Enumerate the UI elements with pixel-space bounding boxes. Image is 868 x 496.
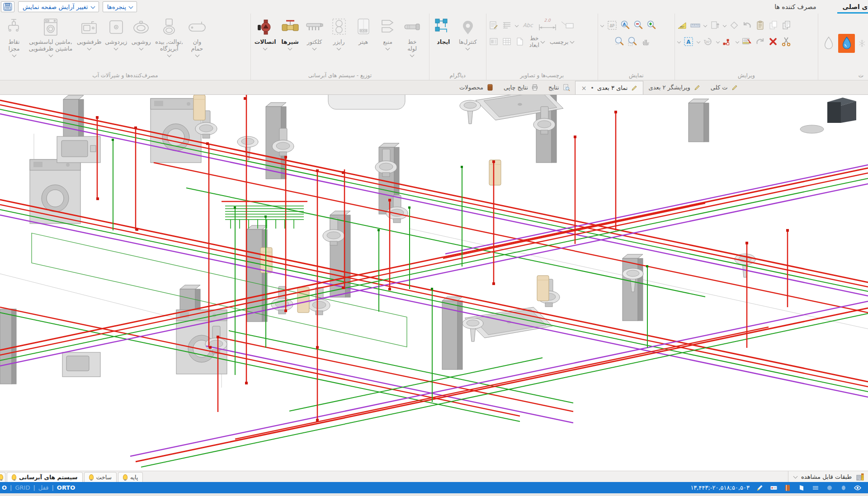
list-icon[interactable] [501,20,513,31]
ribbon-item-label: نقاط مجزا [8,38,19,52]
windows-button[interactable]: پنجره‌ها [103,1,137,12]
ribbon-item-washbasin[interactable]: روشویی [129,15,153,51]
pipe-icon [403,16,422,38]
legend-image-icon[interactable] [488,36,500,47]
schedule-icon[interactable] [488,20,500,31]
level-icon[interactable] [709,20,721,31]
array-copy-icon[interactable] [741,36,753,47]
tab-3d-view[interactable]: × • نمای ۳ بعدی [575,81,644,94]
ribbon: نقاط مجزا ماشین لباسشویی, ماشیتن ظرفشویی… [0,14,868,80]
mode-grid-toggle[interactable]: GRID [15,484,30,491]
layer-lines-icon[interactable] [811,484,820,492]
ribbon-group-caption: مصرف‌کننده‌ها و شیرآلات آب [2,71,249,80]
zoom-all-icon[interactable]: A [619,20,631,31]
mode-lock-toggle[interactable]: قفل [38,484,49,491]
delete-icon[interactable] [768,36,779,47]
sheet-tab-water-systems[interactable]: سیستم های آبرسانی [7,472,83,482]
save-button[interactable] [1,1,14,12]
zoom-window-icon[interactable] [613,36,625,47]
ribbon-item-washing-machine[interactable]: ماشین لباسشویی, ماشیتن ظرفشویی [26,15,75,57]
visible-floors-dropdown[interactable]: طبقات قابل مشاهده [788,471,868,482]
page-icon[interactable] [514,36,526,47]
ribbon-item-create-diagram[interactable]: ایجاد [431,15,456,46]
chevron-down-icon[interactable] [600,23,604,27]
chevron-down-icon[interactable] [703,23,707,27]
table-icon[interactable] [501,36,513,47]
chevron-down-icon[interactable] [722,23,726,27]
sheet-tab-partial[interactable] [0,472,5,482]
duplicate-icon[interactable] [781,20,793,31]
materials-book-icon[interactable] [783,484,792,492]
tab-results[interactable]: نتایج [543,81,575,94]
zoom-out-icon[interactable] [632,20,644,31]
zoom-selection-icon[interactable] [627,36,638,47]
ribbon-item-bathtub[interactable]: وان حمام [185,15,209,57]
ribbon-item-toilet[interactable]: توالت, بیده, آبریزگاه [153,15,185,57]
tab-2d-editor[interactable]: ویرایشگر ۲ بعدی [643,81,705,94]
sheet-tab-construction[interactable]: ساخت [84,472,117,482]
drainage-drop-icon[interactable] [822,34,835,52]
tab-general-info[interactable]: ت کلی [706,81,743,94]
visibility-eye-icon[interactable] [854,484,862,492]
rotate-90-icon[interactable]: 90° [703,36,714,47]
ribbon-item-controls[interactable]: کنترل‌ها [456,15,480,51]
mode-o-toggle[interactable]: O [2,484,7,491]
ribbon-item-heater[interactable]: هیتر [351,15,376,46]
ribbon-item-separate-points[interactable]: نقاط مجزا [2,15,26,57]
chevron-down-icon[interactable] [696,40,700,43]
wall-panel-icon[interactable] [797,484,806,492]
ribbon-item-fittings[interactable]: اتصالات [253,15,278,51]
zoom-in-icon[interactable] [646,20,657,31]
ribbon-item-label: منبع [383,38,392,45]
ribbon-item-pipeline[interactable]: خط لوله [400,15,425,57]
pencil-icon [631,84,638,92]
text-select-icon[interactable]: A [683,36,694,47]
tab-print-results[interactable]: نتایج چاپی [499,81,543,94]
chevron-down-icon[interactable] [677,40,680,43]
callout-icon[interactable] [560,20,576,31]
cut-icon[interactable] [781,36,792,47]
dimension-line-icon[interactable]: 2.0 [537,20,558,31]
ribbon-item-dimension-line[interactable]: خط ابعاد [528,36,546,47]
ribbon-item-riser[interactable]: رایزر [327,15,351,51]
ribbon-item-source[interactable]: منبع [376,15,400,51]
sheet-tab-base[interactable]: پایه [118,472,143,482]
toilet-icon [159,16,179,38]
ribbon-item-label: برچسب [550,38,569,45]
abc-text-icon[interactable]: Abc [521,20,535,31]
area-m2-icon[interactable]: m² [677,20,688,31]
tab-main-tools[interactable]: ابزارهای اصلی [835,0,868,14]
node-circle-icon[interactable] [840,484,848,492]
ribbon-item-shower[interactable]: زیردوشی [103,15,129,51]
move-node-icon[interactable] [722,36,733,47]
ribbon-item-collector[interactable]: کلکتور [302,15,327,51]
ribbon-item-valves[interactable]: شیرها [278,15,302,51]
ribbon-item-sink[interactable]: ظرفشویی [75,15,103,51]
measure-icon[interactable] [690,20,701,31]
redo-icon[interactable] [755,36,766,47]
layout-button[interactable]: تغییر آرایش صفحه نمایش [18,1,99,12]
3d-viewport[interactable] [0,95,868,471]
pan-hand-icon[interactable] [640,36,651,47]
tab-consumers[interactable]: مصرف کننده ها [767,0,823,14]
chevron-down-icon[interactable] [514,23,518,27]
paste-icon[interactable] [755,20,766,31]
copy-icon[interactable] [768,20,779,31]
tab-products[interactable]: محصولات [454,81,499,94]
snap-circle-icon[interactable] [826,484,834,492]
chevron-down-icon[interactable] [735,40,739,43]
water-supply-active-icon[interactable] [838,34,855,53]
close-icon[interactable]: × [580,85,588,91]
node-icon[interactable] [729,20,740,31]
chevron-down-icon[interactable] [716,40,719,43]
ribbon-item-label-tag[interactable]: برچسب [548,36,576,47]
undo-icon[interactable] [742,20,753,31]
chevron-down-icon [541,39,545,43]
mode-ortho-toggle[interactable]: ORTO [57,484,75,491]
dp-selection-icon[interactable]: ΔP [606,20,618,31]
cooling-snowflake-icon[interactable] [858,37,866,49]
dimension-chip-icon[interactable] [769,484,778,492]
measure-pen-icon[interactable] [755,484,764,492]
svg-text:m²: m² [680,25,684,29]
chevron-down-icon [139,46,143,51]
